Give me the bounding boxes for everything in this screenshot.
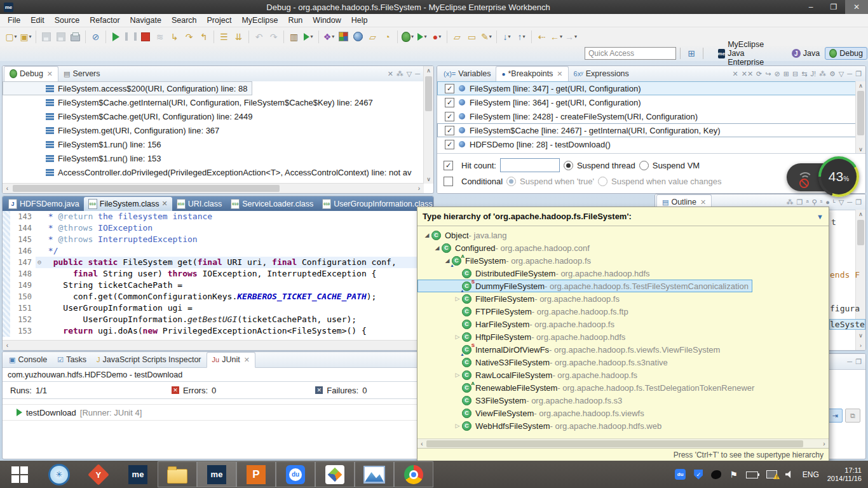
type-row-dummyfilesystem[interactable]: CS▲DummyFileSystem - org.apache.hadoop.f…	[417, 280, 752, 292]
type-row-filesystem[interactable]: ◢CA▲FileSystem - org.apache.hadoop.fs	[417, 254, 829, 267]
breakpoint-row[interactable]: ✓HDFSDemo [line: 28] - testDownload()	[437, 137, 856, 151]
annotation-ruler[interactable]	[3, 211, 10, 222]
dropdown-arrow-icon[interactable]: ▾	[29, 34, 32, 39]
editor-tab-uri-class[interactable]: 010URI.class	[172, 197, 226, 211]
breakpoint-checkbox[interactable]: ✓	[445, 140, 454, 149]
menu-search[interactable]: Search	[166, 15, 202, 26]
junit-result-row[interactable]: testDownload [Runner: JUnit 4]	[3, 404, 433, 421]
flag-tray-icon[interactable]: ⚑	[729, 470, 738, 480]
import-folder-button[interactable]: ▭	[465, 29, 479, 44]
toolbar-icon[interactable]: ↪	[765, 70, 771, 78]
tab--breakpoints[interactable]: ●*Breakpoints✕	[496, 66, 568, 82]
tree-open-twisty[interactable]: ◢	[433, 245, 442, 251]
type-row-internaldirofviewfs[interactable]: CS▲InternalDirOfViewFs - org.apache.hado…	[417, 343, 829, 356]
terminate-button[interactable]	[138, 29, 153, 44]
baidu-tray-icon[interactable]: du	[675, 469, 686, 480]
toolbar-icon[interactable]: ⁂	[819, 70, 826, 78]
scroll-down-icon[interactable]: ∨	[424, 175, 433, 184]
close-button[interactable]: ✕	[845, 0, 868, 14]
annotation-ruler[interactable]	[3, 291, 10, 302]
maximize-icon[interactable]: ❐	[855, 358, 862, 366]
disconnect-button[interactable]: ≋	[153, 29, 167, 44]
outline-toolbar-icon[interactable]: ᴸ	[833, 198, 836, 206]
tree-closed-twisty[interactable]: ▷	[453, 334, 462, 340]
type-row-rawlocalfilesystem[interactable]: ▷CRawLocalFileSystem - org.apache.hadoop…	[417, 369, 829, 381]
taskbar-baidu-music[interactable]: du	[276, 461, 315, 487]
scroll-up-icon[interactable]: ∧	[856, 210, 865, 219]
myeclipse-grid-button[interactable]	[336, 29, 351, 44]
menu-myeclipse[interactable]: MyEclipse	[236, 15, 283, 26]
dropdown-arrow-icon[interactable]: ▾	[560, 34, 562, 39]
type-row-webhdfsfilesystem[interactable]: ▷CWebHdfsFileSystem - org.apache.hadoop.…	[417, 419, 829, 432]
back-button[interactable]: ←▾	[549, 29, 564, 44]
outline-toolbar-icon[interactable]: ▽	[839, 198, 844, 207]
taskbar-myeclipse[interactable]: me	[197, 461, 236, 487]
open-perspective-button[interactable]: ⊞	[684, 46, 699, 61]
outline-toolbar-icon[interactable]: ᵃ	[806, 198, 808, 206]
previous-annotation-button[interactable]: ↑▾	[514, 29, 529, 44]
battery-tray-icon[interactable]	[746, 471, 758, 478]
toolbar-icon[interactable]: ⊘	[775, 70, 780, 78]
palette-button[interactable]: ❖▾	[322, 29, 336, 44]
scroll-left-icon[interactable]: ‹	[417, 439, 426, 449]
tree-closed-twisty[interactable]: ▷	[453, 295, 462, 302]
align-button[interactable]: ⧉	[845, 409, 860, 423]
skip-all-breakpoints-button[interactable]: ⊘	[88, 29, 103, 44]
align-button-active[interactable]: ⇥	[827, 409, 843, 423]
scroll-up-icon[interactable]: ∧	[856, 81, 865, 90]
toolbar-icon[interactable]: ⇆	[801, 70, 807, 78]
scroll-down-icon[interactable]: ∨	[856, 145, 865, 154]
toolbar-icon[interactable]: ▽	[839, 70, 844, 78]
toolbar-icon[interactable]: ❐	[855, 70, 862, 78]
tree-closed-twisty[interactable]: ▷	[453, 423, 462, 429]
type-row-ftpfilesystem[interactable]: CFTPFileSystem - org.apache.hadoop.fs.ft…	[417, 305, 829, 318]
type-row-s3filesystem[interactable]: CS3FileSystem - org.apache.hadoop.fs.s3	[417, 394, 829, 407]
new-button[interactable]: ▢▾	[4, 29, 18, 44]
stack-frame[interactable]: FileSystem$Cache.get(URI, Configuration)…	[3, 109, 424, 123]
dropdown-arrow-icon[interactable]: ▾	[489, 34, 492, 39]
conditional-checkbox[interactable]	[444, 177, 453, 186]
suspend-button[interactable]	[123, 29, 138, 44]
close-icon[interactable]: ✕	[700, 198, 706, 207]
forward-button[interactable]: →▾	[564, 29, 578, 44]
stack-frame[interactable]: FileSystem.access$200(URI, Configuration…	[3, 81, 252, 95]
stack-frame[interactable]: AccessController.doPrivileged(Privileged…	[3, 165, 424, 179]
scheduler-button[interactable]: ◔	[380, 29, 395, 44]
run-on-server-button[interactable]: ▾	[301, 29, 316, 44]
outline-toolbar-icon[interactable]: ❐	[855, 198, 862, 207]
close-icon[interactable]: ✕	[47, 70, 53, 78]
dropdown-arrow-icon[interactable]: ▾	[15, 34, 17, 39]
mark-occurrences-button[interactable]: ✎▾	[479, 29, 494, 44]
dropdown-arrow-icon[interactable]: ▾	[310, 34, 313, 39]
memory-ball-overlay[interactable]: 43%	[818, 156, 859, 197]
annotation-ruler[interactable]	[3, 280, 10, 291]
new-server-button[interactable]: ▥	[287, 29, 301, 44]
breakpoint-checkbox[interactable]: ✓	[445, 84, 454, 93]
scroll-right-icon[interactable]: ›	[414, 184, 424, 193]
run-as-button[interactable]: ▾	[415, 29, 430, 44]
toolbar-icon[interactable]: J!	[810, 70, 816, 78]
editor-tab-filesystem-class[interactable]: 010FileSystem.class✕	[84, 197, 172, 211]
scroll-left-icon[interactable]: ‹	[3, 341, 12, 350]
toolbar-icon[interactable]: ✕	[388, 70, 393, 78]
input-language[interactable]: ENG	[803, 470, 819, 479]
breakpoint-row[interactable]: ✓FileSystem [line: 347] - get(URI, Confi…	[437, 81, 856, 95]
menu-help[interactable]: Help	[346, 15, 373, 26]
suspend-vm-radio[interactable]	[639, 161, 649, 170]
breakpoint-row[interactable]: ✓FileSystem$Cache [line: 2467] - getInte…	[437, 123, 856, 137]
menu-navigate[interactable]: Navigate	[125, 15, 166, 26]
breakpoints-vscrollbar[interactable]: ∧ ∨	[855, 81, 865, 154]
stack-frame[interactable]: FileSystem$1.run() line: 156	[3, 137, 424, 151]
toolbar-icon[interactable]: ▽	[407, 70, 412, 78]
scroll-right-icon[interactable]: ›	[856, 341, 865, 350]
stack-frame[interactable]: FileSystem.get(URI, Configuration) line:…	[3, 123, 424, 137]
clock[interactable]: 17:11 2014/11/16	[827, 466, 862, 483]
code-editor[interactable]: 143 * @return the filesystem instance144…	[3, 211, 433, 341]
chevron-down-icon[interactable]: ▼	[817, 213, 824, 220]
toolbar-icon[interactable]: ─	[415, 70, 420, 78]
dropdown-arrow-icon[interactable]: ▾	[332, 34, 334, 39]
new-wizard-button[interactable]: ▣▾	[18, 29, 33, 44]
breakpoint-checkbox[interactable]: ✓	[445, 112, 454, 121]
dropdown-arrow-icon[interactable]: ▾	[508, 34, 510, 39]
toolbar-icon[interactable]: ⁂	[397, 70, 403, 78]
